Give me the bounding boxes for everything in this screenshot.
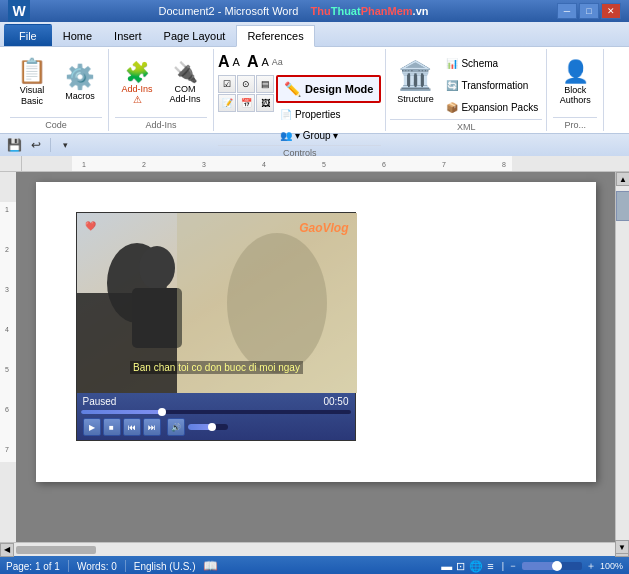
prev-button[interactable]: ⏮ bbox=[123, 418, 141, 436]
addins-group-label: Add-Ins bbox=[115, 117, 207, 132]
document-page: Ban chan toi co don buoc di moi ngay ❤️ … bbox=[36, 182, 596, 482]
transformation-icon: 🔄 bbox=[446, 80, 458, 91]
tab-references[interactable]: References bbox=[236, 25, 314, 47]
visual-basic-button[interactable]: 📋 Visual Basic bbox=[10, 53, 54, 113]
macros-button[interactable]: ⚙️ Macros bbox=[58, 53, 102, 113]
properties-button[interactable]: 📄 Properties bbox=[276, 104, 381, 124]
tab-home[interactable]: Home bbox=[52, 24, 103, 46]
undo-qat-button[interactable]: ↩ bbox=[26, 136, 46, 154]
com-addins-button[interactable]: 🔌 COMAdd-Ins bbox=[163, 53, 207, 113]
font-small-button[interactable]: A bbox=[233, 56, 240, 68]
svg-point-23 bbox=[139, 246, 175, 290]
code-group-label: Code bbox=[10, 117, 102, 132]
close-button[interactable]: ✕ bbox=[601, 3, 621, 19]
zoom-level: 100% bbox=[600, 561, 623, 571]
tab-file[interactable]: File bbox=[4, 24, 52, 46]
font-small2-button[interactable]: A bbox=[261, 56, 268, 68]
svg-text:7: 7 bbox=[442, 161, 446, 168]
ctrl-icon-5[interactable]: 📅 bbox=[237, 94, 255, 112]
language-icon[interactable]: 📖 bbox=[203, 559, 218, 573]
expansion-label: Expansion Packs bbox=[461, 102, 538, 113]
text-size-row: A A A A Aa bbox=[218, 53, 381, 71]
svg-text:1: 1 bbox=[82, 161, 86, 168]
svg-text:3: 3 bbox=[202, 161, 206, 168]
scroll-thumb[interactable] bbox=[616, 191, 629, 221]
volume-bar[interactable] bbox=[188, 424, 228, 430]
ctrl-icon-1[interactable]: ☑ bbox=[218, 75, 236, 93]
video-content: Ban chan toi co don buoc di moi ngay ❤️ … bbox=[77, 213, 357, 393]
horizontal-scrollbar[interactable]: ◀ ▶ bbox=[0, 542, 629, 556]
controls-content: A A A A Aa ☑ ⊙ ▤ 📝 📅 🖼 ✏️ bbox=[218, 51, 381, 145]
zoom-in-button[interactable]: ＋ bbox=[586, 559, 596, 573]
aa-label: Aa bbox=[272, 57, 283, 67]
code-buttons: 📋 Visual Basic ⚙️ Macros bbox=[10, 51, 102, 115]
customize-qat-button[interactable]: ▾ bbox=[55, 136, 75, 154]
vertical-ruler: 1 2 3 4 5 6 7 bbox=[0, 172, 16, 542]
tab-page-layout[interactable]: Page Layout bbox=[153, 24, 237, 46]
ctrl-icon-6[interactable]: 🖼 bbox=[256, 94, 274, 112]
next-button[interactable]: ⏭ bbox=[143, 418, 161, 436]
restore-button[interactable]: □ bbox=[579, 3, 599, 19]
status-words: Words: 0 bbox=[77, 561, 117, 572]
status-sep-2 bbox=[125, 560, 126, 572]
view-draft-button[interactable]: ≡ bbox=[487, 560, 493, 572]
scroll-up-button[interactable]: ▲ bbox=[616, 172, 629, 186]
design-mode-button[interactable]: ✏️ Design Mode bbox=[276, 75, 381, 103]
ctrl-icon-4[interactable]: 📝 bbox=[218, 94, 236, 112]
status-right-area: ▬ ⊡ 🌐 ≡ | － ＋ 100% bbox=[441, 559, 623, 573]
ribbon-group-controls: A A A A Aa ☑ ⊙ ▤ 📝 📅 🖼 ✏️ bbox=[214, 49, 386, 131]
block-icon: 👤 bbox=[562, 61, 589, 83]
font-large-button[interactable]: A bbox=[218, 53, 230, 71]
vertical-scrollbar[interactable]: ▲ ▼ bbox=[615, 172, 629, 542]
expansion-packs-button[interactable]: 📦 Expansion Packs bbox=[442, 97, 542, 117]
zoom-out-button[interactable]: － bbox=[508, 559, 518, 573]
save-qat-button[interactable]: 💾 bbox=[4, 136, 24, 154]
tab-insert[interactable]: Insert bbox=[103, 24, 153, 46]
structure-label: Structure bbox=[397, 94, 434, 104]
font-large2-button[interactable]: A bbox=[247, 53, 259, 71]
document-scroll-area[interactable]: Ban chan toi co don buoc di moi ngay ❤️ … bbox=[16, 172, 615, 542]
stop-button[interactable]: ■ bbox=[103, 418, 121, 436]
volume-icon-button[interactable]: 🔊 bbox=[167, 418, 185, 436]
view-web-button[interactable]: 🌐 bbox=[469, 560, 483, 573]
scroll-down-button[interactable]: ▼ bbox=[615, 540, 629, 542]
schema-button[interactable]: 📊 Schema bbox=[442, 53, 542, 73]
video-progress-bar[interactable] bbox=[81, 410, 351, 414]
volume-thumb bbox=[208, 423, 216, 431]
structure-icon: 🏛️ bbox=[398, 59, 433, 92]
h-scroll-track[interactable] bbox=[16, 546, 613, 554]
addins-button[interactable]: 🧩 Add-Ins ⚠ bbox=[115, 53, 159, 113]
svg-text:3: 3 bbox=[5, 286, 9, 293]
minimize-button[interactable]: ─ bbox=[557, 3, 577, 19]
properties-icon: 📄 bbox=[280, 109, 292, 120]
video-time-label: 00:50 bbox=[323, 396, 348, 407]
design-mode-label: Design Mode bbox=[305, 83, 373, 95]
zoom-separator: | bbox=[502, 561, 504, 571]
xml-right-buttons: 📊 Schema 🔄 Transformation 📦 Expansion Pa… bbox=[442, 53, 542, 117]
video-progress-fill bbox=[81, 410, 162, 414]
ctrl-icon-2[interactable]: ⊙ bbox=[237, 75, 255, 93]
structure-button[interactable]: 🏛️ Structure bbox=[390, 53, 440, 109]
brand-thuat: Thuat bbox=[331, 5, 361, 17]
schema-icon: 📊 bbox=[446, 58, 458, 69]
group-icon: 👥 bbox=[280, 130, 292, 141]
addins-icon: 🧩 bbox=[125, 62, 150, 82]
video-buttons: ▶ ■ ⏮ ⏭ 🔊 bbox=[81, 416, 351, 438]
play-button[interactable]: ▶ bbox=[83, 418, 101, 436]
horizontal-ruler: 1 2 3 4 5 6 7 8 bbox=[0, 156, 629, 172]
ruler-marks: 1 2 3 4 5 6 7 8 bbox=[22, 156, 629, 172]
transformation-button[interactable]: 🔄 Transformation bbox=[442, 75, 542, 95]
scroll-left-button[interactable]: ◀ bbox=[0, 543, 14, 557]
macros-icon: ⚙️ bbox=[65, 65, 95, 89]
block-authors-button[interactable]: 👤 BlockAuthors bbox=[553, 53, 597, 113]
xml-group-label: XML bbox=[390, 119, 542, 134]
ctrl-icon-3[interactable]: ▤ bbox=[256, 75, 274, 93]
view-print-button[interactable]: ▬ bbox=[441, 560, 452, 572]
group-button[interactable]: 👥 ▾ Group ▾ bbox=[276, 125, 381, 145]
group-label: ▾ Group ▾ bbox=[295, 130, 338, 141]
h-scroll-thumb[interactable] bbox=[16, 546, 96, 554]
view-full-button[interactable]: ⊡ bbox=[456, 560, 465, 573]
zoom-slider[interactable] bbox=[522, 562, 582, 570]
vba-icon: 📋 bbox=[17, 59, 47, 83]
svg-text:4: 4 bbox=[262, 161, 266, 168]
